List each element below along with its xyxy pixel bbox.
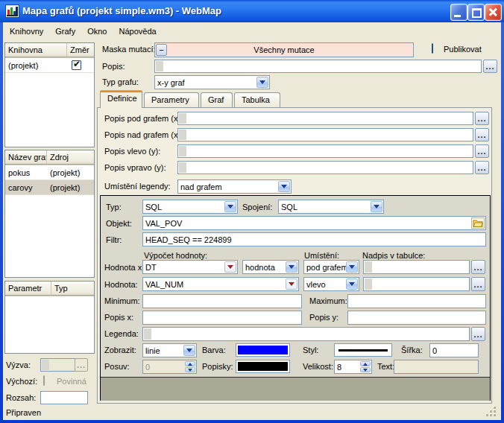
- minimize-icon: [454, 15, 461, 17]
- tab-graf[interactable]: Graf: [201, 92, 233, 108]
- popis-nad-grafem-ellipsis-button[interactable]: ...: [475, 128, 489, 141]
- title-bar[interactable]: Mapa grafů (projekt simple.wm3) - WebMap: [0, 0, 504, 22]
- hodnota-x-nadpis-field[interactable]: [363, 260, 470, 274]
- maska-mutaci-value: Všechny mutace: [253, 45, 314, 54]
- hodnota-select[interactable]: VAL_NUM: [142, 277, 299, 291]
- resize-grip[interactable]: [486, 407, 497, 417]
- hodnota-umisteni-select[interactable]: vlevo: [303, 277, 359, 291]
- zobrazit-select[interactable]: linie: [142, 343, 197, 357]
- open-folder-icon: [473, 219, 483, 227]
- umisteni-header: Umístění:: [304, 251, 339, 260]
- hodnota-x-select[interactable]: DT: [142, 260, 238, 274]
- barva-color-swatch[interactable]: [236, 343, 290, 357]
- maska-collapse-button[interactable]: −: [156, 44, 167, 56]
- legenda-field[interactable]: [142, 327, 470, 341]
- hodnota-nadpis-ellipsis-button[interactable]: ...: [471, 277, 485, 291]
- minimize-button[interactable]: [450, 4, 467, 21]
- popis-ellipsis-button[interactable]: ...: [483, 60, 497, 73]
- spojeni-label: Spojení:: [242, 203, 272, 212]
- posuv-label: Posuv:: [104, 362, 130, 371]
- spin-down-icon: [185, 367, 195, 372]
- spin-down-icon[interactable]: [360, 367, 371, 372]
- popis-y-field[interactable]: [347, 311, 486, 325]
- popis-x-field[interactable]: [142, 311, 302, 325]
- popis-pod-grafem-label: Popis pod grafem (x):: [104, 114, 183, 123]
- publikovat-checkbox[interactable]: [432, 43, 433, 54]
- parametr-column-header[interactable]: Parametr: [5, 282, 51, 296]
- umisteni-legendy-select[interactable]: nad grafem: [177, 179, 292, 194]
- chevron-down-icon[interactable]: [256, 77, 268, 88]
- library-row-projekt[interactable]: (projekt): [5, 58, 94, 73]
- chevron-down-icon[interactable]: [224, 201, 236, 212]
- povinna-checkbox: [43, 375, 45, 386]
- tab-parametry[interactable]: Parametry: [144, 92, 199, 108]
- popis-vlevo-ellipsis-button[interactable]: ...: [475, 144, 489, 158]
- povinna-label: Povinná: [57, 377, 86, 386]
- hodnota-nadpis-field[interactable]: [363, 277, 470, 291]
- hodnota-x-vypocet-select[interactable]: hodnota: [242, 260, 299, 274]
- popis-field[interactable]: [154, 60, 482, 73]
- spojeni-select[interactable]: SQL: [278, 200, 384, 214]
- typ-column-header[interactable]: Typ: [51, 282, 94, 296]
- objekt-field[interactable]: VAL_POV: [142, 216, 486, 230]
- app-window: Mapa grafů (projekt simple.wm3) - WebMap…: [0, 0, 504, 423]
- typ-grafu-select[interactable]: x-y graf: [154, 75, 270, 89]
- hodnota-x-nadpis-ellipsis-button[interactable]: ...: [471, 260, 485, 274]
- popis-vlevo-field[interactable]: [177, 144, 473, 158]
- chevron-down-icon[interactable]: [278, 181, 290, 192]
- legenda-ellipsis-button[interactable]: ...: [471, 327, 485, 341]
- styl-label: Styl:: [303, 346, 318, 354]
- chevron-down-icon[interactable]: [346, 261, 358, 273]
- line-style-preview: [338, 349, 388, 352]
- tab-tabulka[interactable]: Tabulka: [234, 92, 280, 108]
- popisky-color-swatch[interactable]: [236, 360, 290, 373]
- param-list[interactable]: Parametr Typ: [4, 281, 95, 354]
- menu-knihovny[interactable]: Knihovny: [6, 25, 47, 37]
- objekt-browse-button[interactable]: [471, 217, 485, 229]
- typ-select[interactable]: SQL: [142, 200, 238, 214]
- velikost-stepper[interactable]: 8: [334, 360, 372, 374]
- minimum-field[interactable]: [142, 294, 302, 308]
- popisky-label: Popisky:: [202, 362, 233, 371]
- close-button[interactable]: [485, 4, 502, 21]
- chevron-down-icon[interactable]: [183, 345, 195, 356]
- graph-list[interactable]: Název grafu Zdroj pokus (projekt) carovy…: [4, 150, 95, 278]
- popis-vpravo-ellipsis-button[interactable]: ...: [475, 161, 489, 174]
- graph-row-carovy[interactable]: carovy (projekt): [5, 180, 94, 195]
- popis-vpravo-field[interactable]: [177, 161, 473, 174]
- red-dropdown-arrow-icon[interactable]: [286, 279, 297, 290]
- zdroj-column-header[interactable]: Zdroj: [47, 150, 94, 165]
- app-icon: [5, 4, 19, 18]
- maska-mutaci-field[interactable]: Všechny mutace: [154, 42, 414, 57]
- popis-pod-grafem-ellipsis-button[interactable]: ...: [475, 112, 489, 125]
- nadpis-v-tabulce-header: Nadpis v tabulce:: [362, 251, 425, 260]
- graph-row-pokus[interactable]: pokus (projekt): [5, 165, 94, 180]
- popis-nad-grafem-field[interactable]: [177, 128, 473, 141]
- spin-up-icon[interactable]: [360, 361, 371, 366]
- chevron-down-icon[interactable]: [346, 279, 358, 290]
- popis-pod-grafem-field[interactable]: [177, 112, 473, 125]
- menu-grafy[interactable]: Grafy: [51, 25, 79, 37]
- filtr-field[interactable]: HEAD_SEQ == 224899: [142, 232, 486, 247]
- rozsah-field[interactable]: [40, 391, 88, 404]
- tab-definice[interactable]: Definice: [100, 90, 142, 108]
- hodnota-x-label: Hodnota x:: [104, 263, 144, 272]
- chevron-down-icon[interactable]: [286, 261, 297, 273]
- chevron-down-icon[interactable]: [371, 201, 382, 212]
- library-column-header[interactable]: Knihovna: [5, 43, 67, 57]
- window-title: Mapa grafů (projekt simple.wm3) - WebMap: [22, 5, 221, 16]
- library-checkbox[interactable]: [72, 60, 81, 70]
- maximize-button[interactable]: [467, 4, 485, 21]
- menu-okno[interactable]: Okno: [84, 25, 110, 37]
- sirka-field[interactable]: 0: [429, 343, 479, 357]
- maximum-field[interactable]: [347, 294, 486, 308]
- zmer-column-header[interactable]: Změr: [67, 43, 94, 57]
- styl-line-swatch[interactable]: [334, 343, 392, 357]
- library-list[interactable]: Knihovna Změr (projekt): [4, 42, 95, 147]
- menu-napoveda[interactable]: Nápověda: [115, 25, 160, 37]
- vyzva-label: Výzva:: [6, 360, 31, 369]
- red-dropdown-arrow-icon[interactable]: [224, 261, 236, 273]
- hodnota-x-umisteni-select[interactable]: pod grafem: [303, 260, 359, 274]
- nazev-grafu-column-header[interactable]: Název grafu: [5, 150, 47, 165]
- text-label: Text:: [377, 362, 394, 371]
